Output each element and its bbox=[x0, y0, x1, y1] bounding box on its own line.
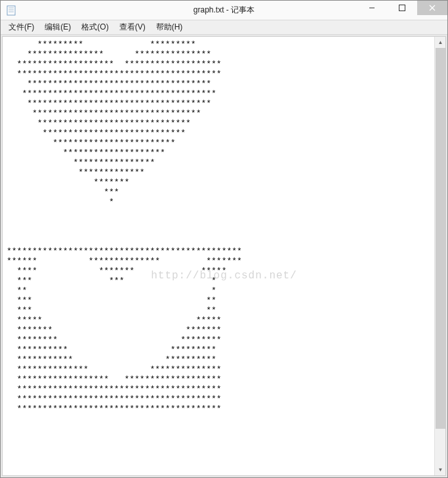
scroll-down-icon[interactable]: ▼ bbox=[435, 464, 446, 475]
titlebar: graph.txt - 记事本 bbox=[1, 1, 447, 20]
menu-view[interactable]: 查看(V) bbox=[114, 20, 151, 34]
minimize-button[interactable] bbox=[357, 1, 387, 15]
maximize-button[interactable] bbox=[387, 1, 417, 15]
menu-file[interactable]: 文件(F) bbox=[3, 20, 39, 34]
close-button[interactable] bbox=[417, 1, 447, 15]
menu-edit[interactable]: 编辑(E) bbox=[39, 20, 76, 34]
text-content[interactable]: ********* ********* *************** ****… bbox=[3, 37, 434, 475]
vertical-scrollbar[interactable]: ▲ ▼ bbox=[434, 37, 445, 475]
menubar: 文件(F) 编辑(E) 格式(O) 查看(V) 帮助(H) bbox=[1, 20, 447, 35]
menu-format[interactable]: 格式(O) bbox=[76, 20, 113, 34]
svg-rect-5 bbox=[399, 5, 405, 11]
window-controls bbox=[357, 1, 447, 15]
scroll-thumb[interactable] bbox=[436, 48, 445, 429]
menu-help[interactable]: 帮助(H) bbox=[151, 20, 188, 34]
editor-area: ********* ********* *************** ****… bbox=[2, 36, 446, 476]
scroll-up-icon[interactable]: ▲ bbox=[435, 37, 446, 48]
window-title: graph.txt - 记事本 bbox=[193, 5, 255, 16]
notepad-icon bbox=[6, 5, 16, 16]
svg-rect-0 bbox=[7, 6, 15, 15]
